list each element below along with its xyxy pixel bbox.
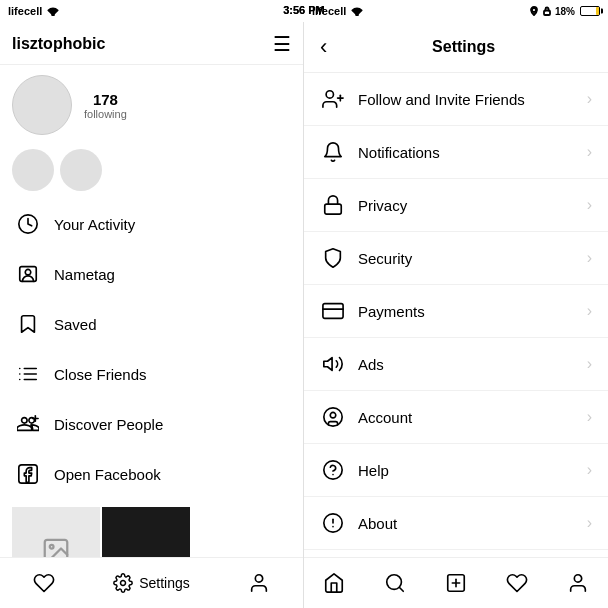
nametag-svg [17, 263, 39, 285]
hamburger-menu-button[interactable]: ☰ [273, 32, 291, 56]
your-activity-icon [16, 212, 40, 236]
svg-point-3 [25, 269, 31, 275]
menu-item-open-facebook[interactable]: Open Facebook [0, 449, 303, 499]
profile-nav-button[interactable] [558, 568, 598, 598]
avatar-item [60, 149, 102, 191]
profile-nav-icon [567, 572, 589, 594]
menu-item-saved[interactable]: Saved [0, 299, 303, 349]
settings-button[interactable]: Settings [113, 568, 190, 598]
wifi-icon-left [46, 6, 60, 16]
following-label: following [84, 108, 127, 120]
photo-icon [41, 536, 71, 557]
svg-rect-21 [323, 304, 343, 319]
megaphone-svg [322, 353, 344, 375]
settings-item-about[interactable]: About › [304, 497, 608, 550]
svg-rect-1 [544, 11, 550, 16]
profile-icon [248, 572, 270, 594]
bell-svg [322, 141, 344, 163]
saved-svg [17, 313, 39, 335]
photo-grid [0, 499, 303, 557]
settings-item-account[interactable]: Account › [304, 391, 608, 444]
help-svg [322, 459, 344, 481]
chevron-icon: › [587, 514, 592, 532]
svg-rect-20 [325, 204, 342, 214]
like-button[interactable] [24, 568, 64, 598]
privacy-icon [320, 192, 346, 218]
settings-item-help[interactable]: Help › [304, 444, 608, 497]
security-label: Security [358, 250, 587, 267]
settings-icon [113, 573, 133, 593]
location-icon [529, 6, 539, 16]
payments-label: Payments [358, 303, 587, 320]
status-bar: lifecell 3:56 PM lifecell 3:56 PM 18% [0, 0, 608, 22]
facebook-svg [17, 463, 39, 485]
battery-icon [580, 6, 600, 16]
your-activity-label: Your Activity [54, 216, 135, 233]
nametag-icon [16, 262, 40, 286]
add-post-button[interactable] [436, 568, 476, 598]
search-icon [384, 572, 406, 594]
settings-item-privacy[interactable]: Privacy › [304, 179, 608, 232]
chevron-icon: › [587, 143, 592, 161]
photo-dark [102, 507, 190, 557]
account-svg [322, 406, 344, 428]
bottom-nav-left: Settings [0, 557, 303, 608]
avatar-item [12, 149, 54, 191]
svg-point-26 [324, 461, 342, 479]
logins-section: Logins [304, 550, 608, 557]
settings-item-security[interactable]: Security › [304, 232, 608, 285]
menu-item-discover-people[interactable]: Discover People [0, 399, 303, 449]
back-button[interactable]: ‹ [320, 34, 327, 60]
profile-username: lisztophobic [12, 35, 105, 53]
stat-following: 178 following [84, 91, 127, 120]
discover-people-icon [16, 412, 40, 436]
chevron-icon: › [587, 461, 592, 479]
likes-button[interactable] [497, 568, 537, 598]
lock-icon [542, 6, 552, 16]
heart-icon [506, 572, 528, 594]
profile-button[interactable] [239, 568, 279, 598]
svg-point-14 [50, 545, 54, 549]
payments-icon [320, 298, 346, 324]
settings-item-payments[interactable]: Payments › [304, 285, 608, 338]
battery-percent: 18% [555, 6, 575, 17]
menu-item-close-friends[interactable]: Close Friends [0, 349, 303, 399]
svg-point-25 [330, 412, 336, 418]
lock-svg [322, 194, 344, 216]
svg-point-16 [255, 575, 262, 582]
left-panel: lisztophobic ☰ 178 following [0, 22, 304, 608]
stats-row: 178 following [0, 65, 303, 145]
help-label: Help [358, 462, 587, 479]
privacy-label: Privacy [358, 197, 587, 214]
account-icon [320, 404, 346, 430]
right-panel: ‹ Settings Follow and Invite Friends › [304, 22, 608, 608]
settings-item-notifications[interactable]: Notifications › [304, 126, 608, 179]
home-button[interactable] [314, 568, 354, 598]
heart-icon [33, 572, 55, 594]
plus-square-icon [445, 572, 467, 594]
menu-item-nametag[interactable]: Nametag [0, 249, 303, 299]
status-bar-left: lifecell 3:56 PM [0, 0, 304, 22]
ads-label: Ads [358, 356, 587, 373]
settings-header: ‹ Settings [304, 22, 608, 73]
close-friends-icon [16, 362, 40, 386]
chevron-icon: › [587, 249, 592, 267]
credit-card-svg [322, 300, 344, 322]
settings-item-follow-invite[interactable]: Follow and Invite Friends › [304, 73, 608, 126]
svg-point-15 [121, 581, 126, 586]
settings-item-ads[interactable]: Ads › [304, 338, 608, 391]
settings-list: Follow and Invite Friends › Notification… [304, 73, 608, 557]
about-icon [320, 510, 346, 536]
discover-people-label: Discover People [54, 416, 163, 433]
search-button[interactable] [375, 568, 415, 598]
settings-title: Settings [335, 38, 592, 56]
ads-icon [320, 351, 346, 377]
menu-item-your-activity[interactable]: Your Activity [0, 199, 303, 249]
follow-invite-label: Follow and Invite Friends [358, 91, 587, 108]
photo-placeholder [12, 507, 100, 557]
status-bar-right: lifecell 3:56 PM 18% [304, 0, 608, 22]
svg-point-36 [574, 575, 581, 582]
svg-line-32 [399, 587, 403, 591]
carrier-left: lifecell [8, 5, 42, 17]
open-facebook-label: Open Facebook [54, 466, 161, 483]
